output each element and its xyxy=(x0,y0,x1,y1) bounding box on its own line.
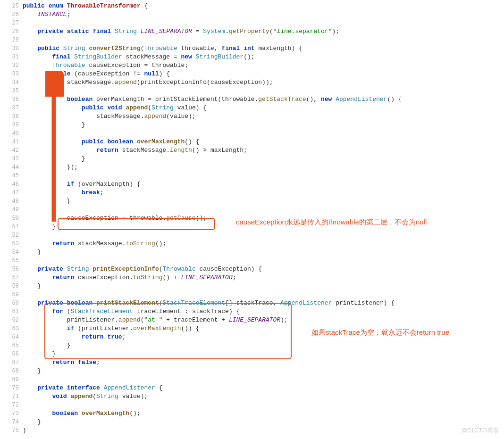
code-line: public enum ThrowableTransformer { xyxy=(23,2,402,10)
code-line: while (causeException != null) { xyxy=(23,70,402,78)
line-number: 58 xyxy=(0,282,19,290)
code-line: Throwable causeException = throwable; xyxy=(23,61,402,70)
line-number: 44 xyxy=(0,163,19,172)
line-number: 61 xyxy=(0,307,19,316)
code-line xyxy=(23,172,402,180)
code-line: }); xyxy=(23,163,402,172)
code-line xyxy=(23,19,402,27)
line-number: 28 xyxy=(0,27,19,36)
line-number: 63 xyxy=(0,324,19,333)
line-number: 25 xyxy=(0,2,19,10)
code-line: printListener.append("at " + traceElemen… xyxy=(23,316,402,324)
line-number: 68 xyxy=(0,367,19,375)
line-number: 59 xyxy=(0,290,19,299)
line-number: 65 xyxy=(0,341,19,350)
code-line: } xyxy=(23,426,402,435)
code-line: return causeException.toString() + LINE_… xyxy=(23,273,402,282)
line-number: 69 xyxy=(0,375,19,384)
line-number: 53 xyxy=(0,240,19,248)
code-line: } xyxy=(23,367,402,375)
code-line xyxy=(23,87,402,95)
line-number: 30 xyxy=(0,44,19,53)
code-line: } xyxy=(23,155,402,163)
line-number: 51 xyxy=(0,223,19,231)
line-number: 42 xyxy=(0,146,19,155)
code-line xyxy=(23,231,402,240)
code-line xyxy=(23,206,402,214)
line-number: 50 xyxy=(0,214,19,223)
line-number: 71 xyxy=(0,392,19,401)
line-number: 37 xyxy=(0,104,19,112)
line-number: 40 xyxy=(0,129,19,138)
line-number: 55 xyxy=(0,257,19,265)
code-line: } xyxy=(23,341,402,350)
annotation-text-2: 如果stackTrace为空，就永远不会return true xyxy=(311,328,449,337)
code-line: stackMessage.append(printExceptionInfo(c… xyxy=(23,78,402,87)
code-line: for (StackTraceElement traceElement : st… xyxy=(23,307,402,316)
code-line xyxy=(23,375,402,384)
line-number: 60 xyxy=(0,299,19,307)
line-number: 57 xyxy=(0,273,19,282)
line-number: 45 xyxy=(0,172,19,180)
line-number: 64 xyxy=(0,333,19,341)
line-number: 49 xyxy=(0,206,19,214)
code-line: } xyxy=(23,121,402,129)
code-line: private String printExceptionInfo(Throwa… xyxy=(23,265,402,273)
code-line: boolean overMaxLength = printStackElemen… xyxy=(23,95,402,104)
code-line: } xyxy=(23,248,402,257)
line-number: 48 xyxy=(0,197,19,206)
code-line xyxy=(23,129,402,138)
line-number: 62 xyxy=(0,316,19,324)
line-number: 29 xyxy=(0,36,19,44)
line-number: 43 xyxy=(0,155,19,163)
code-line: private interface AppendListener { xyxy=(23,384,402,392)
code-line: stackMessage.append(value); xyxy=(23,112,402,121)
code-line: private boolean printStackElement(StackT… xyxy=(23,299,402,307)
code-line: boolean overMaxLength(); xyxy=(23,409,402,418)
code-line: private static final String LINE_SEPARAT… xyxy=(23,27,402,36)
code-line: INSTANCE; xyxy=(23,10,402,19)
code-line: public boolean overMaxLength() { xyxy=(23,138,402,146)
line-number: 72 xyxy=(0,401,19,409)
code-viewer: 2526272829303132333435363738394041424344… xyxy=(0,0,504,437)
line-number: 66 xyxy=(0,350,19,358)
code-line xyxy=(23,36,402,44)
line-number: 75 xyxy=(0,426,19,435)
code-line: } xyxy=(23,418,402,426)
line-number: 35 xyxy=(0,87,19,95)
code-line: return stackMessage.length() > maxLength… xyxy=(23,146,402,155)
line-number: 33 xyxy=(0,70,19,78)
line-number: 36 xyxy=(0,95,19,104)
line-number: 38 xyxy=(0,112,19,121)
code-line xyxy=(23,257,402,265)
line-number-gutter: 2526272829303132333435363738394041424344… xyxy=(0,0,23,437)
code-line: } xyxy=(23,350,402,358)
code-line: break; xyxy=(23,189,402,197)
code-line: public String convert2String(Throwable t… xyxy=(23,44,402,53)
line-number: 54 xyxy=(0,248,19,257)
code-line: void append(String value); xyxy=(23,392,402,401)
code-line xyxy=(23,290,402,299)
annotation-text-1: causeException永远是传入的throwable的第二层，不会为nul… xyxy=(236,218,427,227)
line-number: 70 xyxy=(0,384,19,392)
code-line: } xyxy=(23,282,402,290)
line-number: 46 xyxy=(0,180,19,189)
line-number: 41 xyxy=(0,138,19,146)
code-line: return stackMessage.toString(); xyxy=(23,240,402,248)
code-line: final StringBuilder stackMessage = new S… xyxy=(23,53,402,61)
line-number: 47 xyxy=(0,189,19,197)
line-number: 27 xyxy=(0,19,19,27)
line-number: 73 xyxy=(0,409,19,418)
line-number: 31 xyxy=(0,53,19,61)
line-number: 52 xyxy=(0,231,19,240)
line-number: 56 xyxy=(0,265,19,273)
code-line: } xyxy=(23,197,402,206)
line-number: 32 xyxy=(0,61,19,70)
line-number: 67 xyxy=(0,358,19,367)
code-line xyxy=(23,401,402,409)
code-line: public void append(String value) { xyxy=(23,104,402,112)
line-number: 39 xyxy=(0,121,19,129)
code-line: if (overMaxLength) { xyxy=(23,180,402,189)
watermark: @51CTO博客 xyxy=(461,426,499,435)
line-number: 34 xyxy=(0,78,19,87)
